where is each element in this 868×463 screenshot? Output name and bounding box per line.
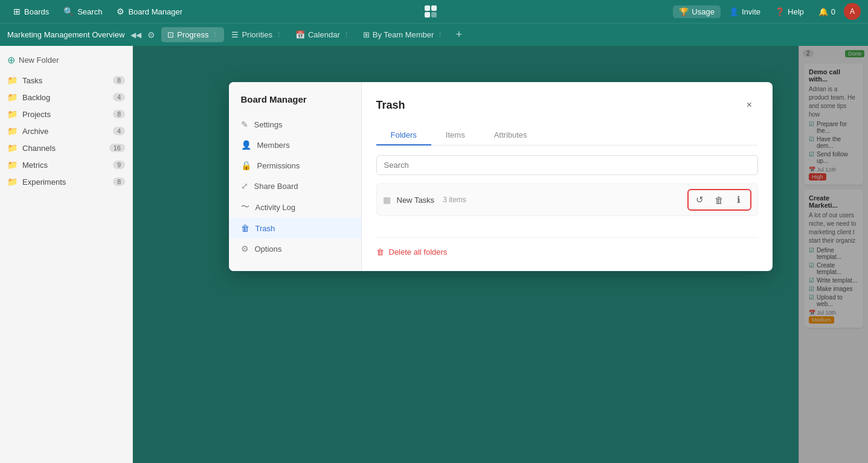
tab-dot: ⋮ [275, 31, 282, 39]
sidebar-item-projects[interactable]: 📁 Projects 8 [0, 106, 132, 123]
boards-nav[interactable]: ⊞ Boards [7, 4, 55, 19]
permissions-menu-icon: 🔒 [241, 161, 251, 170]
menu-label-members: Members [257, 141, 290, 150]
sidebar-item-archive[interactable]: 📁 Archive 4 [0, 123, 132, 139]
notifications-button[interactable]: 🔔 0 [812, 5, 841, 19]
tab-progress[interactable]: ⊡ Progress ⋮ [161, 27, 224, 42]
menu-item-trash[interactable]: 🗑 Trash [229, 218, 361, 238]
modal-sidebar: Board Manager ✎ Settings 👤 Members 🔒 Per… [229, 82, 362, 271]
menu-item-settings[interactable]: ✎ Settings [229, 114, 361, 135]
notification-count: 0 [831, 7, 835, 16]
board-content: 2 Done Demo call with... Adrian is a pro… [133, 46, 868, 463]
bell-icon: 🔔 [818, 7, 828, 16]
tab-attributes[interactable]: Attributes [480, 126, 542, 145]
menu-item-members[interactable]: 👤 Members [229, 135, 361, 155]
options-menu-icon: ⚙ [241, 244, 249, 254]
sidebar-item-tasks[interactable]: 📁 Tasks 8 [0, 72, 132, 89]
sub-nav: Marketing Management Overview ◀◀ ⚙ ⊡ Pro… [0, 23, 868, 46]
tab-priorities[interactable]: ☰ Priorities ⋮ [225, 27, 288, 42]
tab-calendar[interactable]: 📅 Calendar ⋮ [289, 27, 356, 42]
sidebar-item-label: Backlog [22, 93, 50, 102]
board-manager-nav[interactable]: ⚙ Board Manager [111, 4, 188, 19]
sidebar-item-label: Experiments [22, 177, 66, 187]
new-folder-label: New Folder [19, 56, 59, 65]
menu-label-activity: Activity Log [256, 203, 295, 212]
invite-icon: 👤 [729, 7, 739, 16]
modal-close-button[interactable]: × [741, 97, 758, 113]
sidebar-badge: 8 [113, 110, 125, 118]
main-area: ⊕ New Folder 📁 Tasks 8 📁 Backlog 4 📁 Pro… [0, 46, 868, 463]
progress-icon: ⊡ [167, 30, 174, 39]
board-manager-label: Board Manager [128, 7, 182, 16]
sidebar-badge: 4 [113, 127, 125, 135]
sidebar: ⊕ New Folder 📁 Tasks 8 📁 Backlog 4 📁 Pro… [0, 46, 133, 463]
sidebar-item-channels[interactable]: 📁 Channels 16 [0, 139, 132, 156]
sidebar-badge: 8 [113, 177, 125, 186]
restore-button[interactable]: ↺ [691, 191, 709, 208]
menu-item-permissions[interactable]: 🔒 Permissions [229, 155, 361, 176]
modal-sidebar-title: Board Manager [229, 94, 361, 114]
folder-count: 3 items [443, 196, 466, 204]
usage-label: Usage [692, 7, 715, 16]
team-icon: ⊞ [363, 30, 370, 39]
nav-arrows[interactable]: ◀◀ [128, 30, 144, 40]
invite-label: Invite [742, 7, 760, 16]
tab-dot: ⋮ [211, 31, 218, 39]
board-manager-modal: Board Manager ✎ Settings 👤 Members 🔒 Per… [229, 82, 773, 271]
priorities-icon: ☰ [231, 30, 239, 39]
usage-button[interactable]: 🏆 Usage [673, 5, 721, 18]
menu-item-activity[interactable]: 〜 Activity Log [229, 196, 361, 218]
menu-item-options[interactable]: ⚙ Options [229, 238, 361, 259]
activity-menu-icon: 〜 [241, 202, 249, 212]
info-button[interactable]: ℹ [730, 191, 748, 208]
boards-icon: ⊞ [13, 7, 21, 16]
modal-tabs: Folders Items Attributes [376, 126, 758, 145]
sidebar-item-label: Tasks [22, 76, 42, 85]
help-label: Help [788, 7, 804, 16]
menu-label-share: Share Board [254, 182, 298, 191]
settings-icon[interactable]: ⚙ [147, 30, 155, 40]
nav-center [191, 3, 670, 20]
folder-name: New Tasks [397, 196, 435, 205]
tab-progress-label: Progress [177, 30, 208, 39]
menu-item-share[interactable]: ⤢ Share Board [229, 176, 361, 196]
modal-header: Trash × [376, 97, 758, 113]
sidebar-item-experiments[interactable]: 📁 Experiments 8 [0, 173, 132, 190]
calendar-icon: 📅 [295, 30, 305, 39]
help-button[interactable]: ❓ Help [769, 5, 810, 19]
empty-space [376, 221, 758, 237]
sidebar-badge: 9 [113, 161, 125, 169]
menu-label-trash: Trash [256, 224, 275, 233]
sidebar-item-metrics[interactable]: 📁 Metrics 9 [0, 156, 132, 173]
tab-team-label: By Team Member [373, 30, 434, 39]
logo [422, 3, 439, 20]
plus-icon: ⊕ [7, 54, 15, 66]
trash-search-input[interactable] [376, 155, 758, 175]
add-view-button[interactable]: + [451, 27, 467, 42]
settings-menu-icon: ✎ [241, 120, 248, 129]
top-nav: ⊞ Boards 🔍 Search ⚙ Board Manager 🏆 Usag… [0, 0, 868, 23]
new-folder-button[interactable]: ⊕ New Folder [0, 51, 132, 69]
tab-priorities-label: Priorities [242, 30, 272, 39]
modal-overlay: Board Manager ✎ Settings 👤 Members 🔒 Per… [133, 46, 868, 463]
invite-button[interactable]: 👤 Invite [723, 5, 767, 19]
delete-folder-button[interactable]: 🗑 [710, 191, 728, 208]
menu-label-permissions: Permissions [257, 161, 300, 170]
avatar[interactable]: A [844, 3, 861, 20]
menu-label-options: Options [255, 244, 282, 254]
folder-icon: 📁 [7, 92, 18, 102]
search-nav[interactable]: 🔍 Search [57, 4, 108, 19]
tab-by-team[interactable]: ⊞ By Team Member ⋮ [357, 27, 450, 42]
tab-dot: ⋮ [343, 31, 350, 39]
svg-rect-2 [425, 12, 430, 18]
delete-all-button[interactable]: 🗑 Delete all folders [376, 237, 758, 257]
gear-icon: ⚙ [117, 7, 124, 16]
help-icon: ❓ [775, 7, 785, 16]
usage-icon: 🏆 [679, 7, 689, 16]
folder-icon: 📁 [7, 177, 18, 187]
folder-row-icon: ▦ [383, 195, 391, 205]
search-label: Search [77, 7, 102, 16]
sidebar-item-backlog[interactable]: 📁 Backlog 4 [0, 89, 132, 106]
tab-items[interactable]: Items [431, 126, 480, 145]
tab-folders[interactable]: Folders [376, 126, 431, 145]
